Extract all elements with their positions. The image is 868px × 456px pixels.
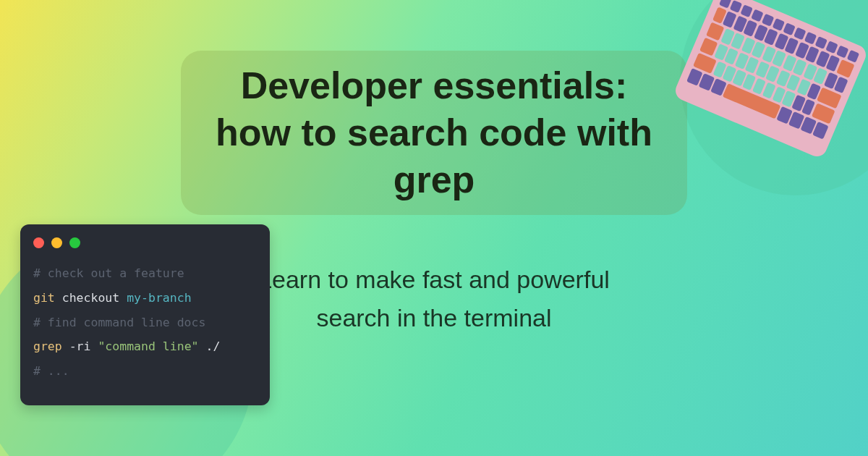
window-maximize-button [69,237,80,248]
command-grep: grep [33,339,62,353]
keyboard-key [836,45,849,58]
terminal-line-3: # find command line docs [33,311,257,335]
command-path-text: ./ [205,339,220,353]
command-string-text: "command line" [98,339,198,353]
terminal-window: # check out a feature git checkout my-br… [20,224,270,405]
comment-text: # check out a feature [33,266,184,280]
terminal-line-2: git checkout my-branch [33,286,257,311]
terminal-line-4: grep -ri "command line" ./ [33,334,257,359]
page-title: Developer essentials: how to search code… [201,62,667,203]
keyboard-key [825,41,838,54]
page-subtitle: Learn to make fast and powerful search i… [231,261,637,337]
command-git: git [33,291,55,305]
command-arg-branch: my-branch [127,291,191,305]
keyboard-key [846,50,859,63]
terminal-line-1: # check out a feature [33,261,257,286]
command-flags-text: -ri [69,339,91,353]
keyboard-key [836,59,855,78]
command-arg-checkout: checkout [62,291,119,305]
comment-text: # find command line docs [33,316,205,329]
window-minimize-button [51,237,62,248]
title-background: Developer essentials: how to search code… [181,51,687,215]
window-close-button [33,237,44,248]
terminal-line-5: # ... [33,359,257,384]
comment-text: # ... [33,364,69,378]
terminal-traffic-lights [33,237,257,248]
title-block: Developer essentials: how to search code… [181,51,687,215]
